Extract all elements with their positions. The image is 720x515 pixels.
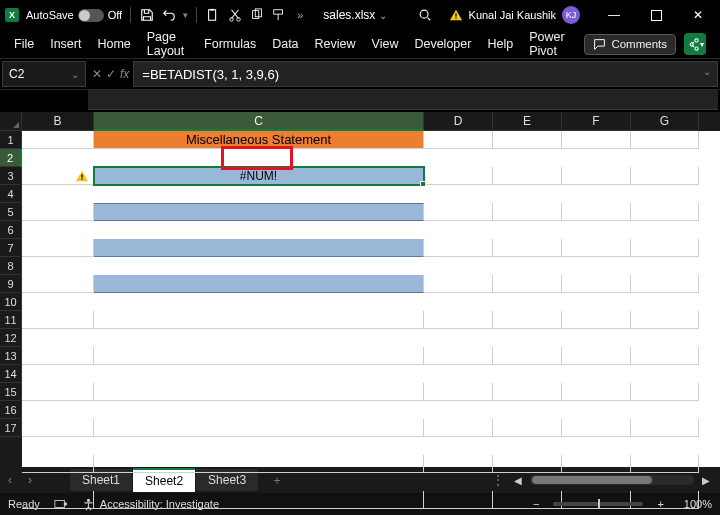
column-header-d[interactable]: D	[424, 112, 493, 131]
cell[interactable]	[562, 311, 631, 329]
maximize-button[interactable]	[638, 1, 674, 29]
cell[interactable]	[631, 491, 699, 509]
cell[interactable]	[22, 347, 94, 365]
cell[interactable]	[493, 311, 562, 329]
cell[interactable]	[493, 491, 562, 509]
cell[interactable]	[562, 347, 631, 365]
row-header[interactable]: 13	[0, 347, 22, 365]
cell[interactable]	[493, 455, 562, 473]
cell[interactable]	[22, 203, 94, 221]
column-header-b[interactable]: B	[22, 112, 94, 131]
cell[interactable]	[493, 383, 562, 401]
cell[interactable]	[424, 203, 493, 221]
tab-formulas[interactable]: Formulas	[204, 37, 256, 51]
cut-icon[interactable]	[227, 7, 243, 23]
cell[interactable]	[94, 275, 424, 293]
paste-icon[interactable]	[205, 7, 221, 23]
row-header[interactable]: 8	[0, 257, 22, 275]
scroll-right-icon[interactable]: ▶	[698, 475, 714, 486]
column-header-c[interactable]: C	[94, 112, 424, 131]
file-name[interactable]: sales.xlsx ⌄	[323, 8, 387, 22]
cell[interactable]	[562, 239, 631, 257]
sheet-nav-prev[interactable]: ‹	[0, 473, 20, 487]
cell[interactable]	[424, 455, 493, 473]
formula-bar-expanded-area[interactable]	[88, 90, 718, 110]
formula-expand-icon[interactable]: ⌄	[703, 66, 711, 77]
qat-overflow-icon[interactable]: »	[293, 9, 307, 21]
cell[interactable]	[493, 347, 562, 365]
row-header[interactable]: 15	[0, 383, 22, 401]
select-all-button[interactable]	[0, 112, 22, 131]
cell[interactable]	[562, 491, 631, 509]
cell[interactable]	[424, 131, 493, 149]
autosave-toggle[interactable]: AutoSave Off	[26, 9, 122, 22]
error-warning-icon[interactable]	[75, 169, 89, 183]
row-header[interactable]: 9	[0, 275, 22, 293]
tab-home[interactable]: Home	[97, 37, 130, 51]
undo-icon[interactable]	[161, 7, 177, 23]
cell[interactable]	[631, 275, 699, 293]
tab-view[interactable]: View	[372, 37, 399, 51]
tab-page-layout[interactable]: Page Layout	[147, 30, 188, 58]
row-header[interactable]: 12	[0, 329, 22, 347]
row-header[interactable]: 2	[0, 149, 22, 167]
comments-button[interactable]: Comments	[584, 34, 676, 55]
cell[interactable]	[562, 167, 631, 185]
cell[interactable]	[493, 167, 562, 185]
close-button[interactable]: ✕	[680, 1, 716, 29]
cell[interactable]	[493, 419, 562, 437]
cell[interactable]	[631, 347, 699, 365]
row-header[interactable]: 14	[0, 365, 22, 383]
scroll-left-icon[interactable]: ◀	[510, 475, 526, 486]
cell[interactable]	[94, 239, 424, 257]
row-header[interactable]: 4	[0, 185, 22, 203]
cell[interactable]	[631, 131, 699, 149]
row-header[interactable]: 3	[0, 167, 22, 185]
selected-cell[interactable]: #NUM!	[94, 167, 424, 185]
cell[interactable]	[562, 455, 631, 473]
fx-icon[interactable]: fx	[120, 67, 129, 81]
cell[interactable]	[493, 203, 562, 221]
row-header[interactable]: 16	[0, 401, 22, 419]
row-header[interactable]: 11	[0, 311, 22, 329]
cell[interactable]	[562, 383, 631, 401]
tab-insert[interactable]: Insert	[50, 37, 81, 51]
row-header[interactable]: 5	[0, 203, 22, 221]
name-box[interactable]: C2 ⌄	[2, 61, 86, 87]
cell[interactable]	[631, 239, 699, 257]
search-icon[interactable]	[417, 7, 433, 23]
account-button[interactable]: Kunal Jai Kaushik KJ	[449, 6, 580, 24]
cell[interactable]	[631, 383, 699, 401]
tab-developer[interactable]: Developer	[414, 37, 471, 51]
tab-data[interactable]: Data	[272, 37, 298, 51]
cell[interactable]	[22, 311, 94, 329]
copy-icon[interactable]	[249, 7, 265, 23]
toggle-off-icon[interactable]	[78, 9, 104, 22]
tab-help[interactable]: Help	[487, 37, 513, 51]
share-button[interactable]: ▾	[684, 33, 706, 55]
cell[interactable]	[493, 275, 562, 293]
horizontal-scrollbar[interactable]: ◀ ▶	[510, 475, 720, 486]
cell[interactable]	[631, 311, 699, 329]
sheet-nav-next[interactable]: ›	[20, 473, 40, 487]
formula-input[interactable]: =BETADIST(3, 1, 3,9,6) ⌄	[133, 61, 718, 87]
cell[interactable]	[424, 383, 493, 401]
cell[interactable]	[631, 203, 699, 221]
cell[interactable]	[22, 239, 94, 257]
zoom-slider[interactable]	[553, 502, 643, 506]
cells-area[interactable]: Miscellaneous Statement #NUM!	[22, 131, 720, 467]
cell[interactable]	[424, 239, 493, 257]
cell[interactable]	[94, 347, 424, 365]
cell[interactable]	[562, 419, 631, 437]
add-sheet-button[interactable]: ＋	[259, 472, 295, 489]
column-header-g[interactable]: G	[631, 112, 699, 131]
format-painter-icon[interactable]	[271, 7, 287, 23]
cell[interactable]	[424, 347, 493, 365]
minimize-button[interactable]: —	[596, 1, 632, 29]
fill-handle[interactable]	[420, 181, 426, 187]
save-icon[interactable]	[139, 7, 155, 23]
cell[interactable]	[424, 491, 493, 509]
cell[interactable]: Miscellaneous Statement	[94, 131, 424, 149]
cell[interactable]	[22, 455, 94, 473]
cell[interactable]	[94, 455, 424, 473]
